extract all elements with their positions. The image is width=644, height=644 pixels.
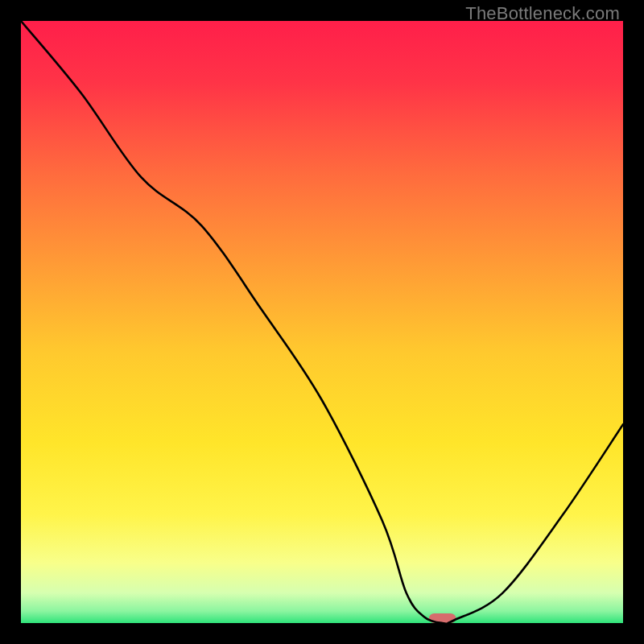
bottleneck-chart xyxy=(21,21,623,623)
chart-background xyxy=(21,21,623,623)
chart-frame: TheBottleneck.com xyxy=(0,0,644,644)
